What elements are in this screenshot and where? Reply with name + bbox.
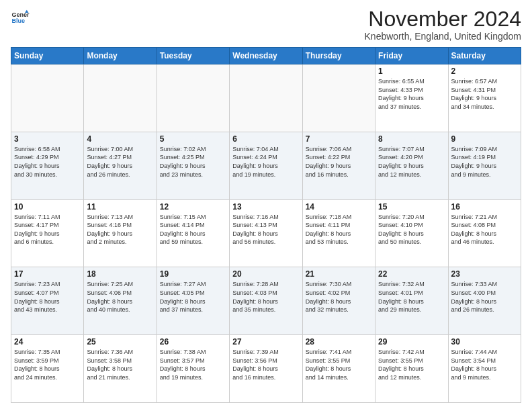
day-info: Sunrise: 7:04 AM Sunset: 4:24 PM Dayligh… [232, 145, 299, 179]
table-row [11, 64, 84, 132]
table-row: 21Sunrise: 7:30 AM Sunset: 4:02 PM Dayli… [302, 267, 375, 335]
day-number: 18 [87, 269, 153, 279]
day-info: Sunrise: 6:58 AM Sunset: 4:29 PM Dayligh… [14, 145, 81, 179]
table-row: 28Sunrise: 7:41 AM Sunset: 3:55 PM Dayli… [302, 335, 375, 403]
day-number: 3 [14, 134, 81, 144]
day-number: 8 [378, 134, 445, 144]
col-friday: Friday [375, 48, 448, 64]
table-row: 11Sunrise: 7:13 AM Sunset: 4:16 PM Dayli… [84, 199, 157, 267]
table-row [157, 64, 229, 132]
table-row: 1Sunrise: 6:55 AM Sunset: 4:33 PM Daylig… [375, 64, 448, 132]
table-row: 24Sunrise: 7:35 AM Sunset: 3:59 PM Dayli… [11, 335, 84, 403]
table-row [230, 64, 302, 132]
day-info: Sunrise: 7:16 AM Sunset: 4:13 PM Dayligh… [232, 213, 299, 246]
day-number: 19 [160, 269, 226, 279]
day-number: 29 [378, 337, 445, 347]
day-number: 7 [306, 134, 372, 144]
calendar-week-1: 1Sunrise: 6:55 AM Sunset: 4:33 PM Daylig… [11, 64, 521, 132]
logo: General Blue [11, 8, 30, 27]
table-row [84, 64, 157, 132]
table-row: 18Sunrise: 7:25 AM Sunset: 4:06 PM Dayli… [84, 267, 157, 335]
day-number: 15 [378, 202, 445, 212]
day-info: Sunrise: 7:42 AM Sunset: 3:55 PM Dayligh… [378, 348, 445, 381]
table-row: 7Sunrise: 7:06 AM Sunset: 4:22 PM Daylig… [302, 132, 375, 199]
day-number: 25 [87, 337, 153, 347]
day-info: Sunrise: 7:11 AM Sunset: 4:17 PM Dayligh… [14, 213, 81, 246]
day-info: Sunrise: 7:25 AM Sunset: 4:06 PM Dayligh… [87, 280, 153, 314]
table-row: 25Sunrise: 7:36 AM Sunset: 3:58 PM Dayli… [84, 335, 157, 403]
day-number: 6 [232, 134, 299, 144]
table-row: 2Sunrise: 6:57 AM Sunset: 4:31 PM Daylig… [448, 64, 521, 132]
col-saturday: Saturday [448, 48, 521, 64]
table-row: 29Sunrise: 7:42 AM Sunset: 3:55 PM Dayli… [375, 335, 448, 403]
table-row: 6Sunrise: 7:04 AM Sunset: 4:24 PM Daylig… [230, 132, 302, 199]
calendar-week-3: 10Sunrise: 7:11 AM Sunset: 4:17 PM Dayli… [11, 199, 521, 267]
day-number: 4 [87, 134, 153, 144]
table-row: 13Sunrise: 7:16 AM Sunset: 4:13 PM Dayli… [230, 199, 302, 267]
day-number: 26 [160, 337, 226, 347]
location: Knebworth, England, United Kingdom [365, 31, 521, 42]
day-number: 27 [232, 337, 299, 347]
day-info: Sunrise: 7:13 AM Sunset: 4:16 PM Dayligh… [87, 213, 153, 246]
table-row: 4Sunrise: 7:00 AM Sunset: 4:27 PM Daylig… [84, 132, 157, 199]
day-number: 9 [451, 134, 518, 144]
day-number: 5 [160, 134, 226, 144]
table-row: 5Sunrise: 7:02 AM Sunset: 4:25 PM Daylig… [157, 132, 229, 199]
day-number: 2 [451, 66, 518, 76]
table-row: 10Sunrise: 7:11 AM Sunset: 4:17 PM Dayli… [11, 199, 84, 267]
calendar-week-5: 24Sunrise: 7:35 AM Sunset: 3:59 PM Dayli… [11, 335, 521, 403]
day-info: Sunrise: 7:21 AM Sunset: 4:08 PM Dayligh… [451, 213, 518, 246]
day-info: Sunrise: 7:07 AM Sunset: 4:20 PM Dayligh… [378, 145, 445, 179]
day-info: Sunrise: 7:35 AM Sunset: 3:59 PM Dayligh… [14, 348, 81, 381]
day-info: Sunrise: 7:28 AM Sunset: 4:03 PM Dayligh… [232, 280, 299, 314]
day-info: Sunrise: 7:41 AM Sunset: 3:55 PM Dayligh… [306, 348, 372, 381]
day-info: Sunrise: 7:15 AM Sunset: 4:14 PM Dayligh… [160, 213, 226, 246]
table-row: 14Sunrise: 7:18 AM Sunset: 4:11 PM Dayli… [302, 199, 375, 267]
table-row: 12Sunrise: 7:15 AM Sunset: 4:14 PM Dayli… [157, 199, 229, 267]
day-info: Sunrise: 7:06 AM Sunset: 4:22 PM Dayligh… [306, 145, 372, 179]
day-info: Sunrise: 7:18 AM Sunset: 4:11 PM Dayligh… [306, 213, 372, 246]
day-number: 10 [14, 202, 81, 212]
table-row: 26Sunrise: 7:38 AM Sunset: 3:57 PM Dayli… [157, 335, 229, 403]
table-row: 20Sunrise: 7:28 AM Sunset: 4:03 PM Dayli… [230, 267, 302, 335]
day-info: Sunrise: 7:20 AM Sunset: 4:10 PM Dayligh… [378, 213, 445, 246]
day-number: 21 [306, 269, 372, 279]
calendar-week-4: 17Sunrise: 7:23 AM Sunset: 4:07 PM Dayli… [11, 267, 521, 335]
header: General Blue November 2024 Knebworth, En… [11, 8, 521, 42]
table-row: 19Sunrise: 7:27 AM Sunset: 4:05 PM Dayli… [157, 267, 229, 335]
day-number: 12 [160, 202, 226, 212]
month-title: November 2024 [365, 8, 521, 30]
day-number: 13 [232, 202, 299, 212]
day-info: Sunrise: 7:27 AM Sunset: 4:05 PM Dayligh… [160, 280, 226, 314]
day-info: Sunrise: 7:02 AM Sunset: 4:25 PM Dayligh… [160, 145, 226, 179]
day-info: Sunrise: 6:55 AM Sunset: 4:33 PM Dayligh… [378, 77, 445, 111]
col-monday: Monday [84, 48, 157, 64]
day-info: Sunrise: 7:33 AM Sunset: 4:00 PM Dayligh… [451, 280, 518, 314]
day-info: Sunrise: 7:09 AM Sunset: 4:19 PM Dayligh… [451, 145, 518, 179]
day-number: 11 [87, 202, 153, 212]
table-row: 15Sunrise: 7:20 AM Sunset: 4:10 PM Dayli… [375, 199, 448, 267]
table-row: 23Sunrise: 7:33 AM Sunset: 4:00 PM Dayli… [448, 267, 521, 335]
day-number: 24 [14, 337, 81, 347]
table-row: 27Sunrise: 7:39 AM Sunset: 3:56 PM Dayli… [230, 335, 302, 403]
day-number: 1 [378, 66, 445, 76]
day-number: 28 [306, 337, 372, 347]
page: General Blue November 2024 Knebworth, En… [0, 0, 532, 411]
col-wednesday: Wednesday [230, 48, 302, 64]
day-info: Sunrise: 7:36 AM Sunset: 3:58 PM Dayligh… [87, 348, 153, 381]
table-row: 3Sunrise: 6:58 AM Sunset: 4:29 PM Daylig… [11, 132, 84, 199]
logo-icon: General Blue [11, 8, 30, 27]
day-info: Sunrise: 7:00 AM Sunset: 4:27 PM Dayligh… [87, 145, 153, 179]
day-number: 30 [451, 337, 518, 347]
col-sunday: Sunday [11, 48, 84, 64]
title-area: November 2024 Knebworth, England, United… [365, 8, 521, 42]
day-info: Sunrise: 6:57 AM Sunset: 4:31 PM Dayligh… [451, 77, 518, 111]
day-info: Sunrise: 7:30 AM Sunset: 4:02 PM Dayligh… [306, 280, 372, 314]
table-row: 8Sunrise: 7:07 AM Sunset: 4:20 PM Daylig… [375, 132, 448, 199]
col-tuesday: Tuesday [157, 48, 229, 64]
day-number: 23 [451, 269, 518, 279]
table-row: 17Sunrise: 7:23 AM Sunset: 4:07 PM Dayli… [11, 267, 84, 335]
table-row: 30Sunrise: 7:44 AM Sunset: 3:54 PM Dayli… [448, 335, 521, 403]
calendar: Sunday Monday Tuesday Wednesday Thursday… [11, 47, 521, 403]
day-number: 22 [378, 269, 445, 279]
